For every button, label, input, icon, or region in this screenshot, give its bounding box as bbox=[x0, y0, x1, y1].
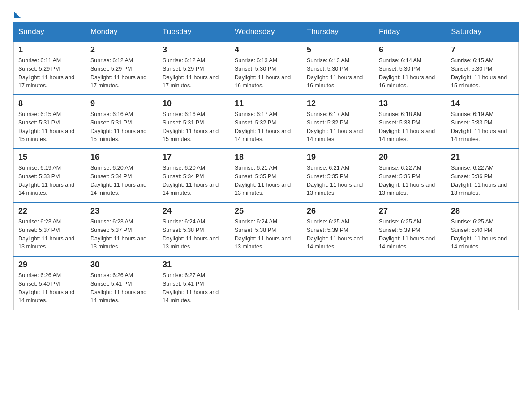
day-info: Sunrise: 6:19 AMSunset: 5:33 PMDaylight:… bbox=[18, 164, 81, 197]
calendar-week-3: 15Sunrise: 6:19 AMSunset: 5:33 PMDayligh… bbox=[14, 149, 519, 202]
calendar-cell: 3Sunrise: 6:12 AMSunset: 5:29 PMDaylight… bbox=[158, 41, 230, 95]
day-number: 27 bbox=[379, 206, 442, 216]
page-header bbox=[13, 9, 519, 18]
calendar-cell: 23Sunrise: 6:23 AMSunset: 5:37 PMDayligh… bbox=[86, 202, 158, 256]
calendar-cell: 12Sunrise: 6:17 AMSunset: 5:32 PMDayligh… bbox=[302, 95, 374, 149]
day-number: 7 bbox=[451, 45, 514, 55]
day-number: 1 bbox=[18, 45, 81, 55]
calendar-cell: 31Sunrise: 6:27 AMSunset: 5:41 PMDayligh… bbox=[158, 256, 230, 310]
day-info: Sunrise: 6:15 AMSunset: 5:30 PMDaylight:… bbox=[451, 56, 514, 90]
calendar-header-row: SundayMondayTuesdayWednesdayThursdayFrid… bbox=[14, 23, 519, 42]
calendar-cell: 1Sunrise: 6:11 AMSunset: 5:29 PMDaylight… bbox=[14, 41, 86, 95]
day-number: 4 bbox=[235, 45, 297, 55]
calendar-cell: 30Sunrise: 6:26 AMSunset: 5:41 PMDayligh… bbox=[86, 256, 158, 310]
day-number: 16 bbox=[90, 153, 153, 162]
calendar-cell: 14Sunrise: 6:19 AMSunset: 5:33 PMDayligh… bbox=[446, 95, 519, 149]
day-info: Sunrise: 6:24 AMSunset: 5:38 PMDaylight:… bbox=[163, 218, 225, 251]
col-header-friday: Friday bbox=[374, 23, 446, 42]
calendar-cell bbox=[302, 256, 374, 310]
day-info: Sunrise: 6:23 AMSunset: 5:37 PMDaylight:… bbox=[18, 218, 81, 251]
calendar-cell: 17Sunrise: 6:20 AMSunset: 5:34 PMDayligh… bbox=[158, 149, 230, 202]
calendar-cell: 19Sunrise: 6:21 AMSunset: 5:35 PMDayligh… bbox=[302, 149, 374, 202]
day-info: Sunrise: 6:17 AMSunset: 5:32 PMDaylight:… bbox=[307, 110, 369, 144]
col-header-saturday: Saturday bbox=[446, 23, 519, 42]
day-info: Sunrise: 6:26 AMSunset: 5:40 PMDaylight:… bbox=[18, 271, 81, 305]
calendar-cell: 20Sunrise: 6:22 AMSunset: 5:36 PMDayligh… bbox=[374, 149, 446, 202]
day-number: 12 bbox=[307, 99, 369, 108]
day-number: 21 bbox=[451, 153, 514, 162]
day-number: 19 bbox=[307, 153, 369, 162]
day-info: Sunrise: 6:20 AMSunset: 5:34 PMDaylight:… bbox=[163, 164, 225, 197]
day-info: Sunrise: 6:26 AMSunset: 5:41 PMDaylight:… bbox=[90, 271, 153, 305]
day-info: Sunrise: 6:23 AMSunset: 5:37 PMDaylight:… bbox=[90, 218, 153, 251]
day-info: Sunrise: 6:16 AMSunset: 5:31 PMDaylight:… bbox=[163, 110, 225, 144]
calendar-cell: 2Sunrise: 6:12 AMSunset: 5:29 PMDaylight… bbox=[86, 41, 158, 95]
calendar-cell: 26Sunrise: 6:25 AMSunset: 5:39 PMDayligh… bbox=[302, 202, 374, 256]
day-number: 8 bbox=[18, 99, 81, 108]
day-number: 18 bbox=[235, 153, 297, 162]
day-number: 26 bbox=[307, 206, 369, 216]
day-info: Sunrise: 6:22 AMSunset: 5:36 PMDaylight:… bbox=[451, 164, 514, 197]
day-info: Sunrise: 6:12 AMSunset: 5:29 PMDaylight:… bbox=[90, 56, 153, 90]
calendar-cell: 25Sunrise: 6:24 AMSunset: 5:38 PMDayligh… bbox=[230, 202, 302, 256]
day-info: Sunrise: 6:25 AMSunset: 5:40 PMDaylight:… bbox=[451, 218, 514, 251]
calendar-cell: 27Sunrise: 6:25 AMSunset: 5:39 PMDayligh… bbox=[374, 202, 446, 256]
day-number: 24 bbox=[163, 206, 225, 216]
day-number: 14 bbox=[451, 99, 514, 108]
day-info: Sunrise: 6:19 AMSunset: 5:33 PMDaylight:… bbox=[451, 110, 514, 144]
day-info: Sunrise: 6:13 AMSunset: 5:30 PMDaylight:… bbox=[235, 56, 297, 90]
calendar-cell: 5Sunrise: 6:13 AMSunset: 5:30 PMDaylight… bbox=[302, 41, 374, 95]
calendar-cell: 22Sunrise: 6:23 AMSunset: 5:37 PMDayligh… bbox=[14, 202, 86, 256]
calendar-cell: 29Sunrise: 6:26 AMSunset: 5:40 PMDayligh… bbox=[14, 256, 86, 310]
calendar-cell: 6Sunrise: 6:14 AMSunset: 5:30 PMDaylight… bbox=[374, 41, 446, 95]
day-number: 5 bbox=[307, 45, 369, 55]
calendar-cell: 21Sunrise: 6:22 AMSunset: 5:36 PMDayligh… bbox=[446, 149, 519, 202]
day-number: 17 bbox=[163, 153, 225, 162]
day-info: Sunrise: 6:25 AMSunset: 5:39 PMDaylight:… bbox=[307, 218, 369, 251]
calendar-cell: 24Sunrise: 6:24 AMSunset: 5:38 PMDayligh… bbox=[158, 202, 230, 256]
calendar-cell: 15Sunrise: 6:19 AMSunset: 5:33 PMDayligh… bbox=[14, 149, 86, 202]
day-number: 29 bbox=[18, 260, 81, 270]
day-info: Sunrise: 6:13 AMSunset: 5:30 PMDaylight:… bbox=[307, 56, 369, 90]
day-info: Sunrise: 6:15 AMSunset: 5:31 PMDaylight:… bbox=[18, 110, 81, 144]
calendar-week-2: 8Sunrise: 6:15 AMSunset: 5:31 PMDaylight… bbox=[14, 95, 519, 149]
logo bbox=[13, 9, 21, 18]
day-number: 6 bbox=[379, 45, 442, 55]
day-info: Sunrise: 6:17 AMSunset: 5:32 PMDaylight:… bbox=[235, 110, 297, 144]
calendar-cell bbox=[446, 256, 519, 310]
calendar-cell bbox=[230, 256, 302, 310]
day-number: 30 bbox=[90, 260, 153, 270]
calendar-table: SundayMondayTuesdayWednesdayThursdayFrid… bbox=[13, 22, 519, 310]
calendar-cell: 10Sunrise: 6:16 AMSunset: 5:31 PMDayligh… bbox=[158, 95, 230, 149]
calendar-cell: 28Sunrise: 6:25 AMSunset: 5:40 PMDayligh… bbox=[446, 202, 519, 256]
calendar-cell: 16Sunrise: 6:20 AMSunset: 5:34 PMDayligh… bbox=[86, 149, 158, 202]
day-info: Sunrise: 6:14 AMSunset: 5:30 PMDaylight:… bbox=[379, 56, 442, 90]
logo-arrow-icon bbox=[14, 12, 21, 18]
day-info: Sunrise: 6:12 AMSunset: 5:29 PMDaylight:… bbox=[163, 56, 225, 90]
day-number: 3 bbox=[163, 45, 225, 55]
day-info: Sunrise: 6:25 AMSunset: 5:39 PMDaylight:… bbox=[379, 218, 442, 251]
day-number: 25 bbox=[235, 206, 297, 216]
calendar-week-5: 29Sunrise: 6:26 AMSunset: 5:40 PMDayligh… bbox=[14, 256, 519, 310]
calendar-cell: 9Sunrise: 6:16 AMSunset: 5:31 PMDaylight… bbox=[86, 95, 158, 149]
day-number: 9 bbox=[90, 99, 153, 108]
day-info: Sunrise: 6:21 AMSunset: 5:35 PMDaylight:… bbox=[307, 164, 369, 197]
day-info: Sunrise: 6:21 AMSunset: 5:35 PMDaylight:… bbox=[235, 164, 297, 197]
day-number: 20 bbox=[379, 153, 442, 162]
col-header-sunday: Sunday bbox=[14, 23, 86, 42]
calendar-week-1: 1Sunrise: 6:11 AMSunset: 5:29 PMDaylight… bbox=[14, 41, 519, 95]
day-number: 31 bbox=[163, 260, 225, 270]
calendar-cell: 11Sunrise: 6:17 AMSunset: 5:32 PMDayligh… bbox=[230, 95, 302, 149]
day-number: 11 bbox=[235, 99, 297, 108]
day-number: 23 bbox=[90, 206, 153, 216]
calendar-cell: 4Sunrise: 6:13 AMSunset: 5:30 PMDaylight… bbox=[230, 41, 302, 95]
calendar-cell: 18Sunrise: 6:21 AMSunset: 5:35 PMDayligh… bbox=[230, 149, 302, 202]
day-info: Sunrise: 6:11 AMSunset: 5:29 PMDaylight:… bbox=[18, 56, 81, 90]
col-header-wednesday: Wednesday bbox=[230, 23, 302, 42]
day-number: 22 bbox=[18, 206, 81, 216]
col-header-thursday: Thursday bbox=[302, 23, 374, 42]
day-number: 13 bbox=[379, 99, 442, 108]
calendar-cell: 8Sunrise: 6:15 AMSunset: 5:31 PMDaylight… bbox=[14, 95, 86, 149]
calendar-cell: 7Sunrise: 6:15 AMSunset: 5:30 PMDaylight… bbox=[446, 41, 519, 95]
col-header-monday: Monday bbox=[86, 23, 158, 42]
